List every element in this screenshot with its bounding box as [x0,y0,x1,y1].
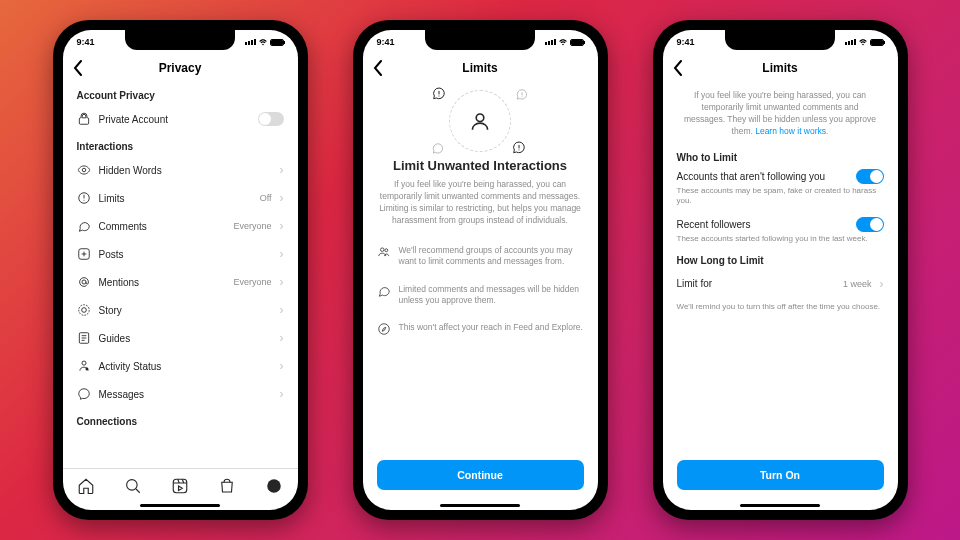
activity-status-row[interactable]: Activity Status › [77,352,284,380]
wifi-icon [258,38,268,46]
svg-point-9 [127,479,138,490]
nav-bar: Limits [363,54,598,82]
eye-off-icon [77,163,91,177]
info-reach: This won't affect your reach in Feed and… [377,322,584,336]
chevron-right-icon: › [280,303,284,317]
section-how-long: How Long to Limit [677,255,884,266]
tab-bar [63,468,298,502]
svg-point-7 [81,361,85,365]
phone-limits-config: 9:41 Limits If you feel like you're bein… [653,20,908,520]
section-connections: Connections [77,416,284,427]
compass-icon [377,322,391,336]
at-sign-icon [77,275,91,289]
tab-shop-icon[interactable] [218,477,236,495]
limits-icon [77,191,91,205]
mentions-row[interactable]: Mentions Everyone › [77,268,284,296]
info-hidden: Limited comments and messages will be hi… [377,284,584,307]
hidden-words-row[interactable]: Hidden Words › [77,156,284,184]
phone-privacy: 9:41 Privacy Account Privacy [53,20,308,520]
tab-search-icon[interactable] [124,477,142,495]
hero-title: Limit Unwanted Interactions [377,158,584,173]
back-button[interactable] [673,60,683,76]
notch [125,28,235,50]
cellular-icon [245,39,256,45]
recent-followers-option: Recent followers These accounts started … [677,217,884,245]
alert-bubble-icon [515,88,529,102]
hero-description: If you feel like you're being harassed, … [377,179,584,227]
chevron-right-icon: › [280,331,284,345]
svg-point-5 [81,308,86,313]
chevron-right-icon: › [280,387,284,401]
continue-button[interactable]: Continue [377,460,584,490]
limits-row[interactable]: Limits Off › [77,184,284,212]
back-button[interactable] [73,60,83,76]
back-button[interactable] [373,60,383,76]
section-who-to-limit: Who to Limit [677,152,884,163]
private-account-toggle[interactable] [258,112,284,126]
not-following-option: Accounts that aren't following you These… [677,169,884,208]
svg-point-8 [85,367,88,370]
comments-row[interactable]: Comments Everyone › [77,212,284,240]
battery-icon [270,39,284,46]
home-indicator[interactable] [740,504,820,507]
messages-row[interactable]: Messages › [77,380,284,408]
chevron-right-icon: › [280,191,284,205]
nav-bar: Limits [663,54,898,82]
svg-point-13 [380,247,384,251]
intro-text: If you feel like you're being harassed, … [677,82,884,144]
svg-point-11 [267,479,281,493]
section-account-privacy: Account Privacy [77,90,284,101]
alert-bubble-icon [431,86,447,102]
home-indicator[interactable] [440,504,520,507]
home-indicator[interactable] [140,504,220,507]
reminder-note: We'll remind you to turn this off after … [677,302,884,311]
battery-icon [870,39,884,46]
tab-home-icon[interactable] [77,477,95,495]
status-time: 9:41 [77,37,95,47]
person-icon [467,108,493,134]
notch [425,28,535,50]
tab-reels-icon[interactable] [171,477,189,495]
chevron-right-icon: › [880,277,884,291]
turn-on-button[interactable]: Turn On [677,460,884,490]
chevron-right-icon: › [280,163,284,177]
story-row[interactable]: Story › [77,296,284,324]
cellular-icon [845,39,856,45]
tab-profile-icon[interactable] [265,477,283,495]
hero-illustration [377,90,584,152]
page-title: Limits [762,61,797,75]
svg-point-14 [384,248,387,251]
posts-row[interactable]: Posts › [77,240,284,268]
guides-row[interactable]: Guides › [77,324,284,352]
phone-limits-intro: 9:41 Limits [353,20,608,520]
notch [725,28,835,50]
comment-icon [77,219,91,233]
svg-point-4 [78,305,89,316]
section-interactions: Interactions [77,141,284,152]
wifi-icon [858,38,868,46]
wifi-icon [558,38,568,46]
chevron-right-icon: › [280,247,284,261]
story-icon [77,303,91,317]
guides-icon [77,331,91,345]
svg-point-0 [82,168,86,172]
status-time: 9:41 [677,37,695,47]
svg-rect-10 [173,479,187,493]
svg-point-15 [378,324,389,335]
private-account-row[interactable]: Private Account [77,105,284,133]
limit-for-row[interactable]: Limit for 1 week › [677,270,884,298]
svg-point-3 [81,280,85,284]
chevron-right-icon: › [280,359,284,373]
messenger-icon [77,387,91,401]
status-time: 9:41 [377,37,395,47]
cellular-icon [545,39,556,45]
learn-link[interactable]: Learn how it works [755,126,826,136]
activity-icon [77,359,91,373]
not-following-toggle[interactable] [856,169,884,184]
info-recommend: We'll recommend groups of accounts you m… [377,245,584,268]
recent-followers-toggle[interactable] [856,217,884,232]
private-account-label: Private Account [99,114,250,125]
svg-point-12 [476,114,484,122]
alert-bubble-icon [511,140,527,156]
chevron-right-icon: › [280,275,284,289]
